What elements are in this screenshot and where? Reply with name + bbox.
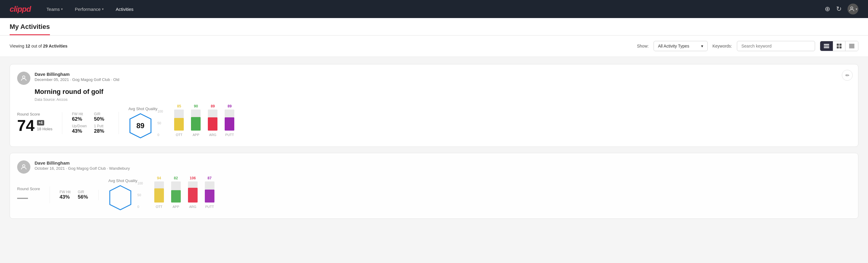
list-compact-view-button[interactable] bbox=[820, 41, 833, 51]
activity-card: Dave Billingham October 16, 2021 · Gog M… bbox=[10, 153, 858, 219]
fw-hit-value: 43% bbox=[60, 194, 71, 200]
bar-ott: 94 OTT bbox=[154, 176, 164, 208]
refresh-icon[interactable]: ↻ bbox=[836, 5, 841, 13]
gir-value: 56% bbox=[78, 194, 89, 200]
add-circle-icon[interactable]: ⊕ bbox=[825, 5, 830, 13]
fw-hit-value: 62% bbox=[72, 116, 87, 122]
stat-grid: FW Hit 62% GIR 50% Up/Down 43% 1 Putt 28… bbox=[72, 112, 109, 134]
round-score-section: Round Score — bbox=[17, 186, 50, 203]
show-label: Show: bbox=[637, 43, 649, 49]
updown-stat: Up/Down 43% bbox=[72, 124, 87, 134]
main-nav: clippd Teams ▾ Performance ▾ Activities … bbox=[0, 0, 868, 18]
card-stats: Round Score 74 +4 18 Holes FW Hit 62% bbox=[17, 107, 851, 139]
svg-point-12 bbox=[23, 76, 25, 78]
quality-score: 89 bbox=[136, 122, 145, 130]
nav-item-activities[interactable]: Activities bbox=[115, 0, 135, 18]
chart-y-axis: 100 50 0 bbox=[137, 181, 143, 208]
svg-rect-5 bbox=[839, 43, 841, 46]
stat-grid: FW Hit 43% GIR 56% bbox=[60, 190, 89, 200]
bar-putt-value: 87 bbox=[208, 176, 211, 180]
user-name: Dave Billingham bbox=[35, 160, 130, 166]
bar-arg: 89 ARG bbox=[208, 104, 217, 137]
round-score-label: Round Score bbox=[17, 186, 40, 191]
edit-button[interactable]: ✏ bbox=[842, 70, 852, 81]
score-number: — bbox=[17, 192, 28, 203]
page-title: My Activities bbox=[10, 23, 50, 35]
page-header: My Activities bbox=[0, 18, 868, 35]
bar-app-value: 82 bbox=[174, 176, 178, 180]
bar-arg-value: 89 bbox=[211, 104, 215, 108]
chevron-down-icon: ▾ bbox=[701, 43, 703, 49]
score-number: 74 bbox=[17, 118, 35, 133]
svg-rect-4 bbox=[837, 43, 839, 46]
updown-label: Up/Down bbox=[72, 124, 87, 128]
one-putt-label: 1 Putt bbox=[94, 124, 109, 128]
filter-row: Viewing 12 out of 29 Activities Show: Al… bbox=[0, 35, 868, 57]
gir-stat: GIR 56% bbox=[78, 190, 89, 200]
bar-arg-label: ARG bbox=[189, 205, 196, 208]
round-score-label: Round Score bbox=[17, 112, 52, 116]
svg-rect-11 bbox=[849, 48, 855, 48]
bar-ott-value: 94 bbox=[157, 176, 161, 180]
card-header: Dave Billingham October 16, 2021 · Gog M… bbox=[17, 160, 851, 174]
avg-shot-quality-section: Avg Shot Quality 100 50 0 bbox=[99, 178, 851, 211]
updown-value: 43% bbox=[72, 128, 87, 134]
bar-ott: 85 OTT bbox=[174, 104, 184, 137]
stat-grid-section: FW Hit 62% GIR 50% Up/Down 43% 1 Putt 28… bbox=[62, 112, 119, 134]
avg-shot-quality-label: Avg Shot Quality bbox=[108, 178, 137, 183]
user-avatar-icon[interactable]: ▾ bbox=[847, 4, 858, 14]
svg-marker-15 bbox=[110, 186, 131, 210]
avg-shot-quality-label: Avg Shot Quality bbox=[128, 107, 158, 111]
view-mode-buttons bbox=[820, 41, 858, 51]
card-header: Dave Billingham December 05, 2021 · Gog … bbox=[17, 71, 851, 85]
chart-y-axis: 100 50 0 bbox=[157, 110, 163, 137]
gir-value: 50% bbox=[94, 116, 109, 122]
score-holes: 18 Holes bbox=[37, 127, 52, 131]
card-stats: Round Score — FW Hit 43% GIR 56% bbox=[17, 178, 851, 211]
gir-stat: GIR 50% bbox=[94, 112, 109, 122]
stat-grid-section: FW Hit 43% GIR 56% bbox=[50, 190, 99, 200]
bar-app-value: 90 bbox=[194, 104, 198, 108]
fw-hit-label: FW Hit bbox=[72, 112, 87, 116]
bar-putt-label: PUTT bbox=[205, 205, 214, 208]
svg-point-0 bbox=[850, 7, 852, 9]
search-input[interactable] bbox=[737, 41, 815, 51]
gir-label: GIR bbox=[78, 190, 89, 194]
bar-app-label: APP bbox=[192, 133, 199, 137]
fw-hit-stat: FW Hit 43% bbox=[60, 190, 71, 200]
score-badge: +4 bbox=[37, 120, 44, 125]
activity-type-dropdown[interactable]: All Activity Types ▾ bbox=[654, 41, 708, 51]
grid-view-button[interactable] bbox=[833, 41, 845, 51]
bar-putt: 87 PUTT bbox=[205, 176, 214, 208]
list-detail-view-button[interactable] bbox=[845, 41, 858, 51]
gir-label: GIR bbox=[94, 112, 109, 116]
user-meta: October 16, 2021 · Gog Magog Golf Club ·… bbox=[35, 166, 130, 171]
card-title: Morning round of golf bbox=[35, 88, 851, 96]
bar-putt-label: PUTT bbox=[225, 133, 234, 137]
avatar bbox=[17, 160, 30, 174]
bar-app-label: APP bbox=[173, 205, 179, 208]
bar-arg-label: ARG bbox=[209, 133, 217, 137]
svg-rect-8 bbox=[849, 44, 855, 45]
svg-rect-9 bbox=[849, 45, 855, 46]
fw-hit-stat: FW Hit 62% bbox=[72, 112, 87, 122]
user-info: Dave Billingham December 05, 2021 · Gog … bbox=[35, 71, 119, 82]
svg-rect-2 bbox=[824, 46, 829, 47]
bar-chart: 100 50 0 94 OTT 82 bbox=[146, 181, 841, 208]
avatar bbox=[17, 71, 30, 85]
svg-rect-6 bbox=[837, 46, 839, 49]
keywords-label: Keywords: bbox=[713, 43, 732, 49]
logo[interactable]: clippd bbox=[10, 4, 31, 14]
bar-putt: 89 PUTT bbox=[225, 104, 234, 137]
activities-list: ✏ Dave Billingham December 05, 2021 · Go… bbox=[0, 57, 868, 232]
one-putt-value: 28% bbox=[94, 128, 109, 134]
user-info: Dave Billingham October 16, 2021 · Gog M… bbox=[35, 160, 130, 171]
chevron-down-icon: ▾ bbox=[102, 7, 104, 11]
user-meta: December 05, 2021 · Gog Magog Golf Club … bbox=[35, 77, 119, 82]
svg-rect-1 bbox=[824, 44, 829, 45]
round-score-value: — bbox=[17, 192, 40, 203]
nav-item-performance[interactable]: Performance ▾ bbox=[74, 0, 105, 18]
bar-ott-label: OTT bbox=[176, 133, 182, 137]
svg-rect-3 bbox=[824, 47, 829, 48]
nav-item-teams[interactable]: Teams ▾ bbox=[45, 0, 64, 18]
